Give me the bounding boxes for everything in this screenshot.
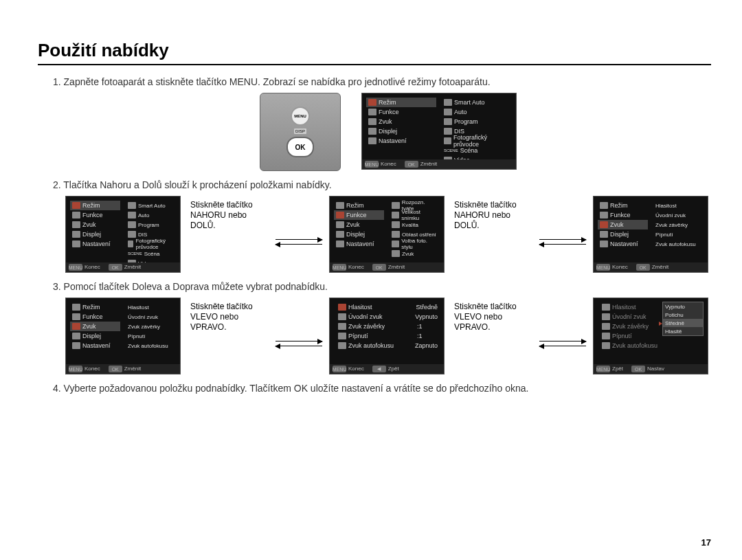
arrows-2 [539,237,586,247]
screen-rezim-sel: Režim Funkce Zvuk Displej Nastavení Smar… [65,196,181,273]
camera-diagram: MENU DISP OK [260,93,341,171]
ok-button: OK [286,137,314,157]
menu-button: MENU [291,107,310,126]
arrows-1 [276,237,322,247]
screen-funkce-sel: Režim Funkce Zvuk Displej Nastavení Rozp… [329,196,445,273]
step-4: 4. Vyberte požadovanou položku podnabídk… [53,383,711,394]
screen-zvuk-sel: Režim Funkce Zvuk Displej Nastavení Hlas… [593,196,708,273]
row-3: Režim Funkce Zvuk Displej Nastavení Hlas… [65,298,711,374]
page-title: Použití nabídky [38,40,711,65]
step-2: 2. Tlačítka Nahoru a Dolů slouží k proch… [53,179,711,190]
caption-updown-2: Stiskněte tlačítko NAHORU nebo DOLŮ. [454,200,535,231]
page-number: 17 [701,537,711,548]
screen-hlasitost-popup: Hlasitost Úvodní zvuk Zvuk závěrky Pípnu… [593,298,708,374]
screen-footer: MENUKonecOKZměnit [362,159,516,169]
arrows-3 [276,339,322,348]
step-1: 1. Zapněte fotoaparát a stiskněte tlačít… [53,76,711,87]
volume-popup: Vypnuto Potichu Středně Hlasitě [662,302,704,336]
arrows-4 [539,339,586,348]
mode-icon [368,99,376,106]
row-2: Režim Funkce Zvuk Displej Nastavení Smar… [65,196,711,273]
screen-mode-list: Režim Funkce Zvuk Displej Nastavení Smar… [361,93,517,170]
disp-label: DISP [294,128,306,134]
screen-zvuk-values: HlasitostStředně Úvodní zvukVypnuto Zvuk… [329,298,445,374]
step-3: 3. Pomocí tlačítek Doleva a Doprava může… [53,281,711,292]
caption-leftright-1: Stiskněte tlačítko VLEVO nebo VPRAVO. [190,302,271,333]
caption-updown-1: Stiskněte tlačítko NAHORU nebo DOLŮ. [190,200,271,231]
caption-leftright-2: Stiskněte tlačítko VLEVO nebo VPRAVO. [454,302,535,333]
screen-zvuk-left: Režim Funkce Zvuk Displej Nastavení Hlas… [65,298,181,374]
manual-page: Použití nabídky 1. Zapněte fotoaparát a … [0,0,742,560]
row-1: MENU DISP OK Režim Funkce Zvuk Displej N… [65,93,711,171]
